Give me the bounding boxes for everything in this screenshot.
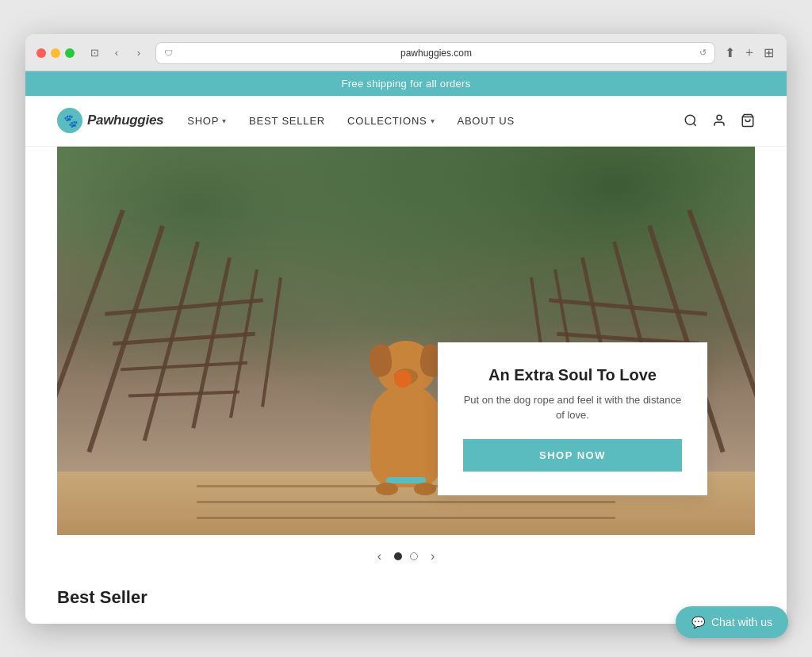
new-tab-icon[interactable]: ＋ bbox=[741, 43, 757, 63]
hero-card: An Extra Soul To Love Put on the dog rop… bbox=[438, 342, 707, 495]
page-content: Free shipping for all orders 🐾 Pawhuggie… bbox=[25, 71, 787, 624]
slider-next-button[interactable]: › bbox=[426, 548, 439, 565]
slider-dot-2[interactable] bbox=[410, 552, 418, 560]
nav-item-shop[interactable]: SHOP ▾ bbox=[187, 115, 227, 127]
promo-text: Free shipping for all orders bbox=[341, 78, 470, 90]
browser-actions: ⬆ ＋ ⊞ bbox=[723, 43, 776, 63]
slider-prev-button[interactable]: ‹ bbox=[373, 548, 386, 565]
collections-chevron-icon: ▾ bbox=[431, 117, 435, 125]
dog-ball bbox=[394, 370, 412, 388]
logo[interactable]: 🐾 Pawhuggies bbox=[57, 108, 163, 133]
cart-icon bbox=[741, 113, 755, 128]
bridge-rail bbox=[191, 257, 232, 428]
traffic-lights bbox=[36, 48, 75, 58]
sidebar-toggle-button[interactable]: ⊡ bbox=[86, 44, 103, 62]
maximize-button[interactable] bbox=[65, 48, 75, 58]
nav-about-label: ABOUT US bbox=[457, 115, 515, 127]
nav-item-about-us[interactable]: ABOUT US bbox=[457, 115, 515, 127]
promo-banner: Free shipping for all orders bbox=[25, 71, 787, 96]
nav-best-seller-label: BEST SELLER bbox=[249, 115, 325, 127]
security-icon: 🛡 bbox=[164, 48, 173, 58]
address-bar[interactable]: 🛡 pawhuggies.com ↺ bbox=[155, 42, 715, 64]
hero-slider: An Extra Soul To Love Put on the dog rop… bbox=[57, 147, 755, 575]
svg-point-0 bbox=[685, 115, 695, 124]
svg-point-1 bbox=[717, 115, 722, 120]
url-display: pawhuggies.com bbox=[178, 48, 695, 59]
dog-paw-right bbox=[414, 483, 436, 495]
hero-card-subtitle: Put on the dog rope and feel it with the… bbox=[463, 392, 682, 423]
logo-icon: 🐾 bbox=[57, 108, 82, 133]
bridge-rail bbox=[128, 390, 239, 397]
best-seller-title: Best Seller bbox=[57, 587, 755, 608]
slider-dot-1[interactable] bbox=[394, 552, 402, 560]
account-button[interactable] bbox=[712, 113, 726, 128]
logo-text: Pawhuggies bbox=[87, 113, 163, 128]
nav-item-best-seller[interactable]: BEST SELLER bbox=[249, 115, 325, 127]
hero-card-title: An Extra Soul To Love bbox=[463, 366, 682, 384]
hero-image: An Extra Soul To Love Put on the dog rop… bbox=[57, 147, 755, 535]
browser-window: ⊡ ‹ › 🛡 pawhuggies.com ↺ ⬆ ＋ ⊞ Free ship… bbox=[25, 34, 787, 624]
cart-button[interactable] bbox=[741, 113, 755, 128]
forward-button[interactable]: › bbox=[130, 44, 147, 62]
bridge-rail bbox=[261, 277, 282, 407]
shop-chevron-icon: ▾ bbox=[222, 117, 227, 125]
bridge-rail bbox=[229, 269, 259, 418]
site-header: 🐾 Pawhuggies SHOP ▾ BEST SELLER COLLECTI… bbox=[25, 96, 787, 147]
search-button[interactable] bbox=[684, 113, 698, 128]
bridge-plank bbox=[197, 517, 615, 519]
dog-body bbox=[370, 384, 442, 487]
dog-ear-left bbox=[367, 342, 395, 377]
share-icon[interactable]: ⬆ bbox=[723, 44, 737, 62]
nav-shop-label: SHOP bbox=[187, 115, 219, 127]
chat-icon: 💬 bbox=[691, 616, 705, 628]
main-nav: SHOP ▾ BEST SELLER COLLECTIONS ▾ ABOUT U… bbox=[187, 115, 684, 127]
best-seller-section: Best Seller bbox=[25, 575, 787, 624]
shop-now-button[interactable]: SHOP NOW bbox=[463, 439, 682, 472]
dog-head bbox=[377, 341, 435, 392]
bridge-rail bbox=[121, 361, 247, 370]
reload-button[interactable]: ↺ bbox=[699, 48, 707, 58]
grid-icon[interactable]: ⊞ bbox=[762, 44, 776, 62]
browser-controls: ⊡ ‹ › bbox=[86, 44, 147, 62]
close-button[interactable] bbox=[36, 48, 46, 58]
bridge-plank bbox=[197, 501, 615, 503]
minimize-button[interactable] bbox=[51, 48, 60, 58]
nav-item-collections[interactable]: COLLECTIONS ▾ bbox=[347, 115, 435, 127]
search-icon bbox=[684, 113, 698, 128]
dog-paws bbox=[376, 483, 436, 495]
chat-label: Chat with us bbox=[711, 616, 772, 628]
browser-chrome: ⊡ ‹ › 🛡 pawhuggies.com ↺ ⬆ ＋ ⊞ bbox=[25, 34, 787, 71]
nav-collections-label: COLLECTIONS bbox=[347, 115, 427, 127]
bridge-rail bbox=[57, 208, 125, 464]
dog-paw-left bbox=[376, 483, 398, 495]
account-icon bbox=[712, 113, 726, 128]
nav-icons bbox=[684, 113, 755, 128]
chat-widget[interactable]: 💬 Chat with us bbox=[676, 606, 788, 638]
slider-dots: ‹ › bbox=[57, 535, 755, 575]
back-button[interactable]: ‹ bbox=[108, 44, 125, 62]
bridge-rail bbox=[113, 331, 255, 346]
